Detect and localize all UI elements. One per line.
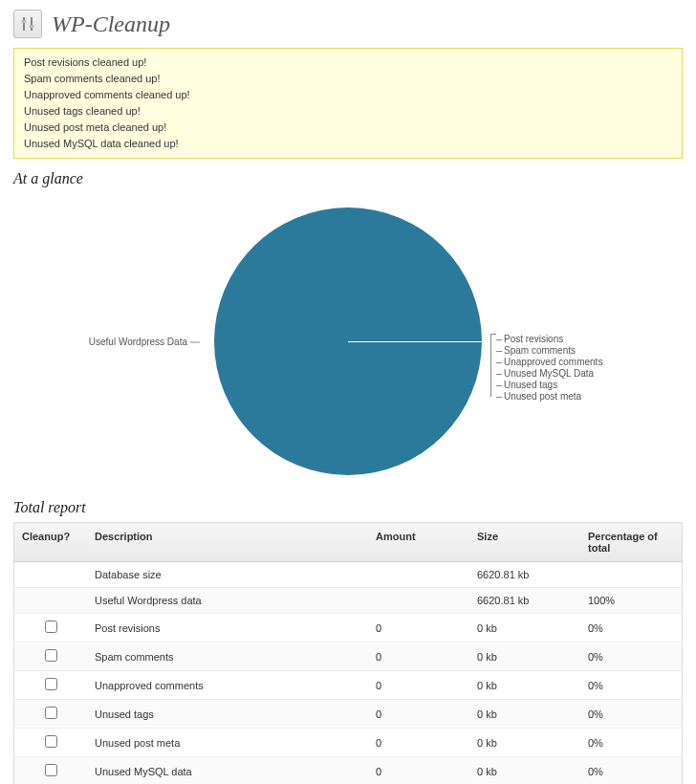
cell-description: Database size xyxy=(87,562,368,588)
table-row: Unused post meta00 kb0% xyxy=(14,729,683,757)
pie-divider xyxy=(348,341,482,342)
notice-line: Unused MySQL data cleaned up! xyxy=(24,136,672,152)
cell-amount: 0 xyxy=(368,729,469,757)
col-header-percentage: Percentage of total xyxy=(580,523,683,562)
cell-cleanup xyxy=(14,642,88,671)
svg-rect-2 xyxy=(22,20,27,23)
cell-cleanup xyxy=(14,729,88,757)
cell-amount: 0 xyxy=(368,671,469,700)
pie-label-right: Unused MySQL Data xyxy=(496,368,602,380)
cell-amount xyxy=(368,562,469,588)
cell-cleanup xyxy=(14,588,88,614)
cleanup-checkbox[interactable] xyxy=(45,649,57,662)
cell-description: Unapproved comments xyxy=(87,671,368,700)
cell-size: 0 kb xyxy=(469,729,580,757)
cell-size: 6620.81 kb xyxy=(469,588,580,614)
svg-rect-0 xyxy=(23,17,25,31)
cell-percentage: 0% xyxy=(580,614,683,642)
cleanup-checkbox[interactable] xyxy=(45,707,57,719)
cell-amount: 0 xyxy=(368,757,469,784)
cell-size: 6620.81 kb xyxy=(469,562,580,588)
cleanup-checkbox[interactable] xyxy=(45,735,57,748)
section-at-a-glance: At a glance xyxy=(13,170,683,187)
cleanup-checkbox[interactable] xyxy=(45,678,57,690)
cell-amount: 0 xyxy=(368,614,469,642)
cell-description: Post revisions xyxy=(87,614,368,642)
cell-percentage: 100% xyxy=(580,588,683,614)
notice-line: Unapproved comments cleaned up! xyxy=(24,87,672,103)
notice-line: Spam comments cleaned up! xyxy=(24,71,672,87)
cell-cleanup xyxy=(14,671,88,700)
svg-rect-3 xyxy=(30,25,34,28)
cell-amount: 0 xyxy=(368,700,469,729)
pie-label-right: Unused tags xyxy=(496,380,602,391)
section-total-report: Total report xyxy=(13,499,683,516)
cell-cleanup xyxy=(14,562,88,588)
table-row: Unapproved comments00 kb0% xyxy=(14,671,683,700)
notice-line: Unused post meta cleaned up! xyxy=(24,120,672,136)
table-row: Spam comments00 kb0% xyxy=(14,642,683,671)
cell-size: 0 kb xyxy=(469,614,580,642)
cell-size: 0 kb xyxy=(469,700,580,729)
cell-description: Unused MySQL data xyxy=(87,757,368,784)
cell-description: Useful Wordpress data xyxy=(87,588,368,614)
cell-description: Unused post meta xyxy=(87,729,368,757)
notice-line: Post revisions cleaned up! xyxy=(24,54,672,71)
cell-percentage xyxy=(580,562,683,588)
cell-size: 0 kb xyxy=(469,671,580,700)
col-header-description: Description xyxy=(87,523,368,562)
pie-chart: Useful Wordpress Data Post revisions Spa… xyxy=(13,193,683,490)
cell-percentage: 0% xyxy=(580,671,683,700)
cell-amount: 0 xyxy=(368,642,469,671)
pie-label-left-text: Useful Wordpress Data xyxy=(89,337,187,347)
page-title-text: WP-Cleanup xyxy=(52,11,170,37)
cell-cleanup xyxy=(14,700,88,729)
pie-label-left: Useful Wordpress Data xyxy=(89,337,200,347)
col-header-amount: Amount xyxy=(368,523,469,562)
pie-label-right: Unapproved comments xyxy=(496,357,602,368)
svg-rect-1 xyxy=(31,17,33,31)
cell-size: 0 kb xyxy=(469,757,580,784)
table-row: Useful Wordpress data6620.81 kb100% xyxy=(14,588,683,614)
cleanup-checkbox[interactable] xyxy=(45,621,57,633)
report-table: Cleanup? Description Amount Size Percent… xyxy=(13,522,683,784)
page-title: WP-Cleanup xyxy=(13,10,683,38)
cell-cleanup xyxy=(14,614,88,642)
settings-icon xyxy=(13,10,42,38)
cell-cleanup xyxy=(14,757,88,784)
cell-description: Spam comments xyxy=(87,642,368,671)
notice-box: Post revisions cleaned up! Spam comments… xyxy=(13,48,683,159)
cell-amount xyxy=(368,588,469,614)
col-header-cleanup: Cleanup? xyxy=(14,523,88,562)
cell-percentage: 0% xyxy=(580,700,683,729)
cell-percentage: 0% xyxy=(580,729,683,757)
pie-label-right: Post revisions xyxy=(496,334,602,345)
table-row: Post revisions00 kb0% xyxy=(14,614,683,642)
col-header-size: Size xyxy=(469,523,580,562)
table-row: Database size6620.81 kb xyxy=(14,562,683,588)
table-row: Unused tags00 kb0% xyxy=(14,700,683,729)
pie-labels-right: Post revisions Spam comments Unapproved … xyxy=(496,334,602,403)
table-row: Unused MySQL data00 kb0% xyxy=(14,757,683,784)
cleanup-checkbox[interactable] xyxy=(45,764,57,776)
pie-label-right: Spam comments xyxy=(496,345,602,357)
cell-description: Unused tags xyxy=(87,700,368,729)
cell-percentage: 0% xyxy=(580,757,683,784)
cell-size: 0 kb xyxy=(469,642,580,671)
cell-percentage: 0% xyxy=(580,642,683,671)
pie-label-right: Unused post meta xyxy=(496,391,602,403)
notice-line: Unused tags cleaned up! xyxy=(24,103,672,120)
